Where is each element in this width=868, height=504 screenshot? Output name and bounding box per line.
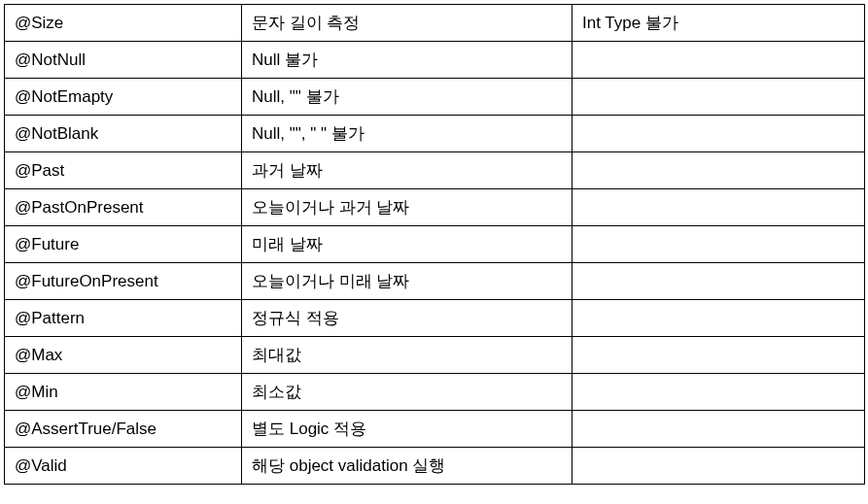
note-cell: [573, 300, 865, 337]
annotation-cell: @NotBlank: [5, 116, 242, 152]
table-row: @AssertTrue/False 별도 Logic 적용: [5, 411, 865, 448]
description-cell: 최소값: [242, 374, 573, 411]
table-row: @Valid 해당 object validation 실행: [5, 448, 865, 485]
annotation-cell: @Pattern: [5, 300, 242, 337]
annotation-cell: @Min: [5, 374, 242, 411]
annotation-cell: @Max: [5, 337, 242, 374]
table-row: @FutureOnPresent 오늘이거나 미래 날짜: [5, 263, 865, 300]
description-cell: Null, "" 불가: [242, 79, 573, 116]
annotation-cell: @NotNull: [5, 42, 242, 79]
description-cell: 오늘이거나 미래 날짜: [242, 263, 573, 300]
description-cell: 최대값: [242, 337, 573, 374]
annotation-cell: @Past: [5, 152, 242, 189]
table-row: @Past 과거 날짜: [5, 152, 865, 189]
table-row: @PastOnPresent 오늘이거나 과거 날짜: [5, 189, 865, 226]
note-cell: [573, 116, 865, 152]
description-cell: 미래 날짜: [242, 226, 573, 263]
description-cell: 과거 날짜: [242, 152, 573, 189]
note-cell: [573, 79, 865, 116]
description-cell: 정규식 적용: [242, 300, 573, 337]
description-cell: 해당 object validation 실행: [242, 448, 573, 485]
description-cell: 오늘이거나 과거 날짜: [242, 189, 573, 226]
note-cell: [573, 448, 865, 485]
table-row: @Pattern 정규식 적용: [5, 300, 865, 337]
annotation-cell: @Future: [5, 226, 242, 263]
table-row: @NotNull Null 불가: [5, 42, 865, 79]
note-cell: [573, 226, 865, 263]
annotation-cell: @Valid: [5, 448, 242, 485]
annotation-cell: @FutureOnPresent: [5, 263, 242, 300]
note-cell: [573, 152, 865, 189]
note-cell: Int Type 불가: [573, 5, 865, 42]
table-row: @Min 최소값: [5, 374, 865, 411]
note-cell: [573, 263, 865, 300]
annotation-cell: @PastOnPresent: [5, 189, 242, 226]
note-cell: [573, 374, 865, 411]
note-cell: [573, 189, 865, 226]
description-cell: 별도 Logic 적용: [242, 411, 573, 448]
annotation-cell: @AssertTrue/False: [5, 411, 242, 448]
note-cell: [573, 337, 865, 374]
annotation-cell: @Size: [5, 5, 242, 42]
table-row: @Future 미래 날짜: [5, 226, 865, 263]
description-cell: 문자 길이 측정: [242, 5, 573, 42]
table-row: @NotBlank Null, "", " " 불가: [5, 116, 865, 152]
note-cell: [573, 42, 865, 79]
table-row: @Size 문자 길이 측정 Int Type 불가: [5, 5, 865, 42]
table-body: @Size 문자 길이 측정 Int Type 불가 @NotNull Null…: [5, 5, 865, 485]
description-cell: Null 불가: [242, 42, 573, 79]
table-row: @NotEmapty Null, "" 불가: [5, 79, 865, 116]
note-cell: [573, 411, 865, 448]
annotation-cell: @NotEmapty: [5, 79, 242, 116]
validation-annotations-table: @Size 문자 길이 측정 Int Type 불가 @NotNull Null…: [4, 4, 865, 485]
description-cell: Null, "", " " 불가: [242, 116, 573, 152]
table-row: @Max 최대값: [5, 337, 865, 374]
